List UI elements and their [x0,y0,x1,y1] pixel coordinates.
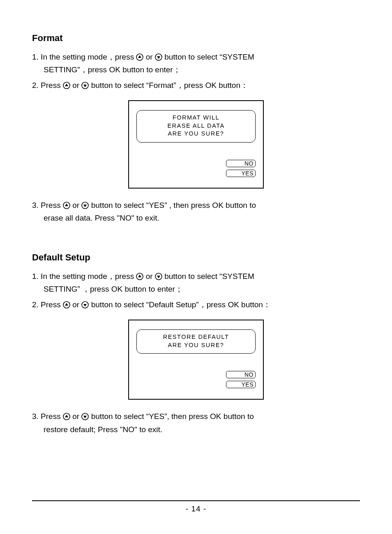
default-step-3-cont: restore default; Press "NO" to exit. [32,424,360,435]
text: button to select “Format”，press OK butto… [89,81,248,90]
svg-marker-17 [65,303,68,306]
up-arrow-icon [136,53,143,61]
format-dialog-message: FORMAT WILL ERASE ALL DATA ARE YOU SURE? [136,110,256,143]
default-dialog-screen: RESTORE DEFAULT ARE YOU SURE? NO YES [128,320,264,400]
text: button to select “SYSTEM [162,53,254,61]
up-arrow-icon [136,273,143,280]
down-arrow-icon [81,82,89,89]
svg-marker-13 [138,274,141,277]
dialog-buttons: NO YES [136,371,256,388]
dialog-line: ARE YOU SURE? [140,130,252,138]
default-step-3: 3. Press or button to select “YES”, then… [32,410,360,422]
text: 2. Press [32,81,63,90]
dialog-line: ERASE ALL DATA [140,122,252,130]
no-button: NO [226,371,256,378]
svg-marker-9 [65,204,68,207]
text: button to select “YES”, then press OK bu… [89,412,254,421]
text: 3. Press [32,412,63,421]
text: or [70,300,81,309]
text: or [70,201,81,209]
default-dialog-message: RESTORE DEFAULT ARE YOU SURE? [136,329,256,354]
format-step-3: 3. Press or button to select “YES” , the… [32,199,360,211]
footer-divider [32,500,360,501]
no-button: NO [226,160,256,167]
format-dialog-screen: FORMAT WILL ERASE ALL DATA ARE YOU SURE?… [128,100,264,189]
svg-marker-23 [83,416,87,419]
svg-marker-1 [138,55,141,58]
default-step-1-cont: SETTING” ，press OK button to enter； [32,283,360,295]
default-step-2: 2. Press or button to select “Default Se… [32,299,360,311]
text: 1. In the setting mode，press [32,272,136,281]
up-arrow-icon [63,301,70,308]
yes-button: YES [226,170,256,177]
dialog-line: RESTORE DEFAULT [140,333,252,341]
down-arrow-icon [155,273,162,280]
text: button to select “SYSTEM [162,272,254,281]
svg-marker-5 [65,83,68,86]
text: or [70,81,81,90]
format-heading: Format [32,33,360,44]
text: 3. Press [32,201,63,209]
text: or [70,412,81,421]
default-setup-heading: Default Setup [32,252,360,263]
format-step-3-cont: erase all data. Press "NO" to exit. [32,212,360,224]
up-arrow-icon [63,202,70,209]
text: 2. Press [32,300,63,309]
format-step-1: 1. In the setting mode，press or button t… [32,51,360,63]
dialog-line: ARE YOU SURE? [140,341,252,350]
up-arrow-icon [63,82,70,89]
dialog-buttons: NO YES [136,160,256,177]
text: or [143,53,154,61]
text: button to select “YES” , then press OK b… [89,201,256,209]
svg-marker-7 [83,85,87,87]
svg-marker-11 [83,205,87,207]
manual-page: Format 1. In the setting mode，press or b… [0,0,392,534]
svg-marker-19 [83,304,87,307]
text: button to select “Default Setup”，press O… [89,300,271,309]
page-number: - 14 - [0,504,392,513]
svg-marker-15 [157,276,160,279]
down-arrow-icon [81,202,89,209]
text: or [143,272,154,281]
dialog-line: FORMAT WILL [140,114,252,122]
format-step-2: 2. Press or button to select “Format”，pr… [32,79,360,91]
default-step-1: 1. In the setting mode，press or button t… [32,270,360,282]
down-arrow-icon [155,53,162,61]
svg-marker-3 [157,56,160,59]
format-step-1-cont: SETTING”，press OK button to enter； [32,64,360,76]
yes-button: YES [226,381,256,388]
up-arrow-icon [63,413,70,420]
down-arrow-icon [81,413,89,420]
svg-marker-21 [65,415,68,418]
text: 1. In the setting mode，press [32,53,136,61]
down-arrow-icon [81,301,89,308]
